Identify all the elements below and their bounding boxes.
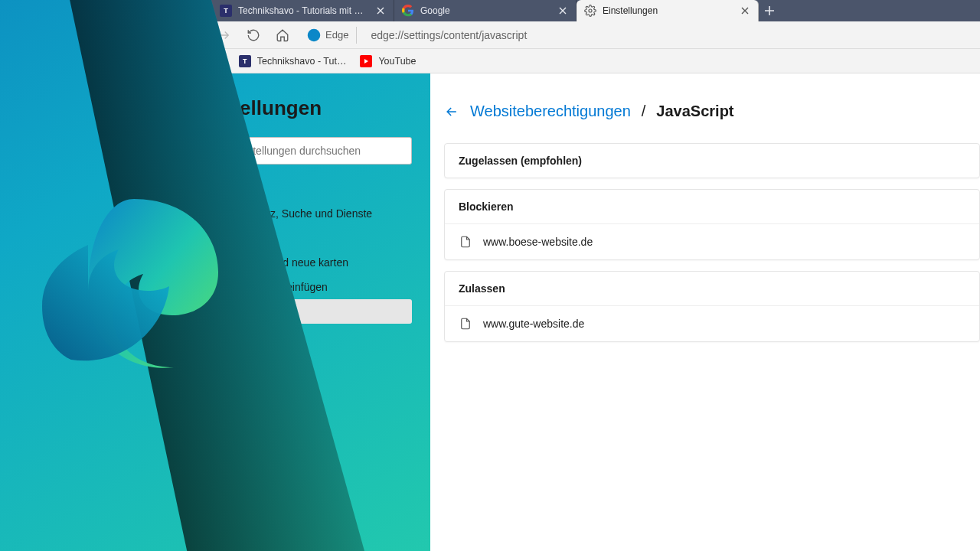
sidebar-item-site-permissions[interactable]: d chtigungen [222,299,412,324]
site-url: www.boese-website.de [483,236,593,248]
tab-settings[interactable]: Einstellungen [577,0,759,21]
close-icon[interactable] [740,5,750,16]
sidebar-item-browser[interactable]: wser [222,324,412,348]
tab-title: Google [420,5,551,16]
edge-brand-badge: Edge [299,27,357,44]
bookmarks-bar: gle T Technikshavo - Tut… YouTube [0,49,980,73]
breadcrumb-current: JavaScript [656,103,733,120]
page-title: stellungen [222,96,412,120]
google-icon [402,5,414,17]
block-list-card: Blockieren www.boese-website.de [444,189,980,260]
block-header: Blockieren [445,190,979,223]
allowed-recommended-label: Zugelassen (empfohlen) [445,144,979,178]
sidebar-item-appearance[interactable]: ellung [222,226,412,250]
home-button[interactable] [270,23,295,47]
close-icon[interactable] [557,5,568,16]
youtube-icon [360,55,372,67]
close-icon[interactable] [375,5,386,16]
favicon-icon: T [220,5,232,17]
breadcrumb-separator: / [642,103,646,120]
breadcrumb-parent-link[interactable]: Websiteberechtigungen [470,103,631,120]
bookmark-label: YouTube [378,56,416,67]
allowed-site-row[interactable]: www.gute-website.de [445,305,979,341]
new-tab-button[interactable] [759,0,780,21]
page-icon [459,317,472,331]
blocked-site-row[interactable]: www.boese-website.de [445,223,979,259]
url-text: edge://settings/content/javascript [371,29,527,41]
bookmark-label: Technikshavo - Tut… [257,56,347,67]
reload-button[interactable] [241,23,266,47]
forward-button[interactable] [212,23,237,47]
nav-toolbar: Edge edge://settings/content/javascript [0,21,980,49]
tab-google[interactable]: Google [394,0,577,21]
settings-main: Websiteberechtigungen / JavaScript Zugel… [430,73,980,551]
sidebar-item-privacy[interactable]: enschutz, Suche und Dienste [222,201,412,226]
tab-technikshavo[interactable]: T Technikshavo - Tutorials mit Qua [212,0,394,21]
tab-strip: T Technikshavo - Tutorials mit Qua Googl… [0,0,980,21]
svg-point-1 [308,28,321,41]
allowed-recommended-card: Zugelassen (empfohlen) [444,143,980,178]
gear-icon [584,5,596,17]
address-bar[interactable]: edge://settings/content/javascript [361,29,980,41]
favicon-icon: T [239,55,251,67]
sidebar-item-more[interactable]: ten [222,486,412,510]
bookmark-label: gle [212,56,225,67]
page-icon [459,235,472,249]
bookmark-technikshavo[interactable]: T Technikshavo - Tut… [239,55,347,67]
allow-header: Zulassen [445,272,979,305]
back-arrow-icon[interactable] [444,104,459,119]
tab-title: Technikshavo - Tutorials mit Qua [238,5,369,16]
bookmark-google[interactable]: gle [212,56,225,67]
bookmark-youtube[interactable]: YouTube [360,55,416,67]
brand-label: Edge [325,29,348,41]
tab-title: Einstellungen [603,5,733,16]
site-url: www.gute-website.de [483,318,584,330]
settings-search-input[interactable] [222,137,412,165]
settings-sidebar: stellungen ofile enschutz, Suche und Die… [0,73,430,551]
sidebar-item-profile[interactable]: ofile [222,177,412,201]
svg-point-0 [589,9,592,12]
sidebar-item-copypaste[interactable]: bieren und einfügen [222,275,412,299]
edge-icon [307,28,321,42]
breadcrumb: Websiteberechtigungen / JavaScript [444,103,980,120]
allow-list-card: Zulassen www.gute-website.de [444,271,980,342]
sidebar-item-startpage[interactable]: artseite und neue karten [222,250,412,275]
